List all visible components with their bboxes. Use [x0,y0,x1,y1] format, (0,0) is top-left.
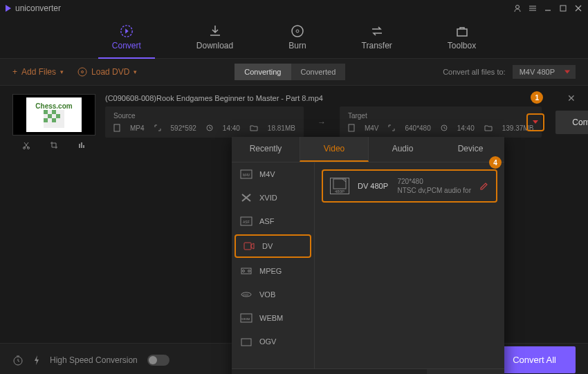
format-dv[interactable]: DV 3 [235,234,311,258]
format-label: M4V [259,170,275,178]
svg-point-27 [243,270,245,272]
convert-all-button[interactable]: Convert All [493,346,576,373]
app-title: uniconverter [15,3,61,13]
high-speed-toggle[interactable] [147,355,169,366]
source-format: MP4 [130,124,145,132]
source-label: Source [113,112,295,120]
user-icon[interactable] [513,4,522,12]
effects-icon[interactable] [77,141,86,149]
svg-rect-12 [56,114,60,118]
format-label: OGV [259,337,276,346]
svg-text:ASF: ASF [243,220,250,224]
svg-rect-33 [241,339,251,346]
preset-dv-480p[interactable]: 480P DV 480P 720*480 NTSC dv,PCM audio f… [322,169,497,203]
source-resolution: 592*592 [171,124,196,132]
svg-rect-11 [48,114,52,118]
format-label: WEBM [259,314,283,322]
nav-label: Burn [288,41,306,50]
format-vob[interactable]: DVDVOB [232,283,314,306]
tab-recently[interactable]: Recently [232,137,300,162]
maximize-icon[interactable] [559,4,567,12]
tab-converted[interactable]: Converted [291,64,346,80]
close-icon[interactable] [574,4,582,12]
svg-rect-26 [241,268,251,274]
svg-point-3 [292,26,303,37]
preset-desc: NTSC dv,PCM audio for [397,187,471,194]
svg-point-4 [296,30,299,32]
load-dvd-button[interactable]: Load DVD ▾ [77,67,137,77]
add-files-button[interactable]: + Add Files ▾ [12,67,64,77]
dvd-icon [77,67,87,77]
dropdown-footer: + Create Custom [232,368,504,374]
convert-button[interactable]: Convert [555,111,588,134]
minimize-icon[interactable] [544,4,552,12]
source-target-row: Source MP4 592*592 14:40 18.81MB → Targe… [105,106,588,138]
format-mpeg[interactable]: MPEG [232,259,314,283]
ogv-icon [240,337,252,346]
format-list[interactable]: M4VM4V XVID ASFASF DV 3 MPEG DVDVOB WEBM… [232,162,315,368]
toolbar-left: + Add Files ▾ Load DVD ▾ [12,67,137,77]
arrow-right-icon: → [318,118,326,127]
svg-rect-10 [52,110,56,114]
titlebar: uniconverter [0,0,588,17]
create-custom-button[interactable]: + Create Custom [427,369,504,374]
target-label: Target [348,112,533,120]
source-size: 18.81MB [268,124,295,132]
format-webm[interactable]: WEBMWEBM [232,306,314,330]
add-files-label: Add Files [21,67,56,77]
timer-icon[interactable] [12,355,24,366]
clock-icon [441,124,448,131]
target-expand-button[interactable] [526,113,544,131]
tab-video[interactable]: Video [300,137,369,162]
convert-all-label: Convert all files to: [443,68,505,76]
format-xvid[interactable]: XVID [232,186,314,209]
thumb-tools [12,141,95,149]
svg-text:WEBM: WEBM [241,317,250,321]
preset-resolution: 720*480 [397,178,471,185]
folder-icon [484,124,493,131]
vob-icon: DVD [240,290,252,299]
trim-icon[interactable] [22,141,30,149]
format-label: DV [262,242,273,250]
mpeg-icon [240,266,252,276]
main-nav: Convert Download Burn Transfer Toolbox [0,17,588,58]
menu-icon[interactable] [529,4,537,12]
folder-icon [250,124,258,131]
svg-point-7 [82,71,84,73]
nav-transfer[interactable]: Transfer [355,21,399,53]
format-search-input[interactable] [232,369,427,374]
crop-icon[interactable] [50,141,58,149]
nav-download[interactable]: Download [190,21,240,53]
xvid-icon [240,193,252,203]
high-speed-label: High Speed Conversion [50,355,138,365]
nav-toolbox[interactable]: Toolbox [441,21,483,53]
svg-rect-9 [44,110,48,114]
chessboard-icon [44,110,64,128]
svg-rect-13 [44,118,48,122]
thumb-brand: Chess.com [35,102,72,110]
format-ogv[interactable]: OGV [232,330,314,353]
close-file-icon[interactable]: ✕ [567,93,576,104]
format-m4v[interactable]: M4VM4V [232,162,314,186]
load-dvd-label: Load DVD [91,67,129,77]
format-label: VOB [259,290,275,299]
format-asf[interactable]: ASFASF [232,209,314,233]
output-format-select[interactable]: M4V 480P [513,65,576,79]
nav-convert[interactable]: Convert [105,21,148,53]
tab-converting[interactable]: Converting [235,64,291,80]
preset-file-icon: 480P [330,178,349,194]
nav-label: Download [196,41,233,50]
svg-rect-1 [560,6,566,11]
resolution-icon [388,124,395,131]
status-segment: Converting Converted [235,64,345,80]
video-thumbnail[interactable]: Chess.com [12,94,95,135]
tab-audio[interactable]: Audio [369,137,437,162]
window-controls [513,4,582,12]
thumbnail-column: Chess.com [12,94,95,149]
source-box: Source MP4 592*592 14:40 18.81MB [105,106,304,138]
svg-text:M4V: M4V [243,173,250,177]
edit-preset-icon[interactable] [479,181,489,191]
dropdown-body: M4VM4V XVID ASFASF DV 3 MPEG DVDVOB WEBM… [232,162,504,368]
chevron-down-icon: ▾ [134,68,137,75]
nav-burn[interactable]: Burn [282,21,313,53]
